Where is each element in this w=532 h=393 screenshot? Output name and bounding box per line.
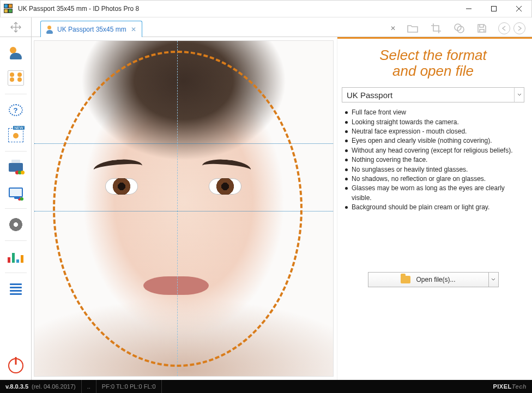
status-dots: .. (82, 380, 96, 393)
save-button[interactable] (476, 23, 487, 34)
person-icon (45, 25, 54, 34)
app-icon (4, 4, 14, 14)
requirements-list: Full face front view Looking straight to… (344, 108, 524, 212)
overlap-circles-icon (454, 23, 464, 34)
main-area: ? NEW (0, 37, 532, 380)
save-icon (476, 23, 487, 34)
brand-label: PIXELTech (487, 380, 532, 393)
requirement-item: No sunglasses or heavily tinted glasses. (344, 165, 524, 174)
move-icon (10, 22, 21, 33)
requirement-item: Looking straight towards the camera. (344, 118, 524, 127)
right-panel: Select the format and open file UK Passp… (337, 37, 532, 380)
open-file-dropdown-button[interactable] (489, 272, 499, 287)
arrow-left-icon (501, 26, 507, 31)
crop-icon (431, 23, 442, 34)
folder-icon (401, 276, 410, 283)
svg-rect-1 (492, 7, 497, 11)
bar-chart-icon (8, 251, 23, 263)
sidebar-settings-button[interactable] (4, 213, 27, 236)
requirement-item: Glasses may be worn as long as the eyes … (344, 184, 524, 203)
tab-close-button[interactable]: ✕ (130, 26, 137, 33)
sidebar-print-button[interactable] (4, 156, 27, 179)
photo-canvas[interactable] (34, 40, 334, 377)
nav-back-button[interactable] (498, 22, 510, 34)
format-select[interactable]: UK Passport (342, 87, 524, 102)
tab-label: UK Passport 35x45 mm (57, 26, 126, 33)
topbar: UK Passport 35x45 mm ✕ ✕ (0, 17, 532, 37)
format-select-value: UK Passport (342, 90, 514, 100)
new-badge: NEW (13, 126, 24, 130)
sidebar-stats-button[interactable] (4, 245, 27, 268)
window-minimize-button[interactable] (456, 1, 481, 17)
window-title: UK Passport 35x45 mm - ID Photos Pro 8 (18, 5, 139, 13)
format-select-dropdown-button[interactable] (514, 88, 524, 102)
menu-lines-icon (10, 283, 22, 295)
sidebar-help-button[interactable]: ? (4, 99, 27, 122)
open-file-button[interactable]: Open file(s)... (368, 272, 489, 287)
crop-button[interactable] (431, 23, 442, 34)
status-bar: v.8.0.3.5 (rel. 04.06.2017) .. PF:0 TL:0… (0, 380, 532, 393)
status-release: (rel. 04.06.2017) (32, 383, 76, 390)
status-version: v.8.0.3.5 (5, 383, 28, 390)
power-icon (8, 358, 23, 373)
open-folder-button[interactable] (407, 23, 419, 33)
requirement-item: Background should be plain cream or ligh… (344, 203, 524, 212)
printer-icon (9, 163, 23, 172)
nav-forward-button[interactable] (513, 22, 525, 34)
document-tabs: UK Passport 35x45 mm ✕ (38, 20, 142, 37)
move-tool-button[interactable] (0, 17, 32, 37)
window-maximize-button[interactable] (481, 1, 506, 17)
top-toolbar (407, 23, 487, 34)
sidebar-display-button[interactable] (4, 181, 27, 204)
arrow-right-icon (517, 26, 522, 31)
sidebar-new-photo-button[interactable]: NEW (4, 124, 27, 147)
guide-face-oval (53, 51, 303, 367)
requirement-item: Without any head covering (except for re… (344, 146, 524, 155)
people-grid-icon (8, 70, 24, 86)
chevron-down-icon (517, 93, 522, 97)
chevron-down-icon (491, 277, 495, 282)
titlebar: UK Passport 35x45 mm - ID Photos Pro 8 (0, 0, 532, 17)
sidebar: ? NEW (0, 37, 32, 380)
status-counters: PF:0 TL:0 PL:0 FL:0 (96, 380, 162, 393)
color-adjust-button[interactable] (454, 23, 464, 34)
person-icon (10, 47, 22, 59)
requirement-item: No shadows, no reflection or glare on gl… (344, 174, 524, 184)
tab-uk-passport[interactable]: UK Passport 35x45 mm ✕ (40, 21, 142, 37)
requirement-item: Eyes open and clearly visible (nothing c… (344, 136, 524, 146)
sidebar-single-person-button[interactable] (4, 41, 27, 64)
new-photo-icon: NEW (8, 128, 23, 142)
sidebar-menu-button[interactable] (4, 277, 27, 300)
folder-open-icon (407, 23, 419, 33)
monitor-icon (9, 188, 23, 197)
requirement-item: Full face front view (344, 108, 524, 117)
sidebar-multi-person-button[interactable] (4, 66, 27, 89)
help-bubble-icon: ? (9, 104, 23, 116)
photo-canvas-wrap (32, 37, 337, 380)
open-file-row: Open file(s)... (368, 272, 499, 287)
requirement-item: Neutral face expression - mouth closed. (344, 127, 524, 136)
gear-icon (9, 218, 22, 231)
open-file-label: Open file(s)... (416, 276, 455, 283)
requirement-item: Nothing covering the face. (344, 155, 524, 165)
tabs-close-all-button[interactable]: ✕ (390, 25, 396, 32)
sidebar-power-button[interactable] (4, 357, 27, 380)
panel-title: Select the format and open file (342, 47, 524, 78)
window-close-button[interactable] (506, 1, 531, 17)
